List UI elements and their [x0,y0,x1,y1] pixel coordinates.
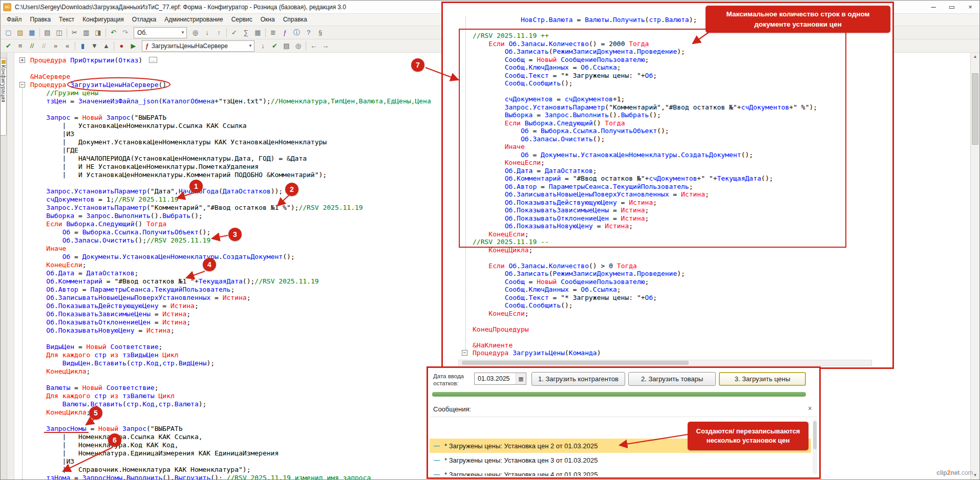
menu-item-2[interactable]: Правка [26,14,55,26]
message-text: * Загружены цены: Установка цен 3 от 01.… [444,456,598,464]
indent-left-button[interactable]: « [61,40,73,52]
find-next-icon: ↓ [205,29,209,36]
minimize-button[interactable]: ─ [924,1,943,13]
procedure-check-icon: ✔ [272,42,278,49]
maximize-button[interactable]: ▭ [943,1,961,13]
date-input[interactable]: 01.03.2025 ▦ [474,373,526,385]
toolbar-separator [67,28,67,37]
procedure-combo[interactable]: ƒ ЗагрузитьЦеныНаСервере ▼ [142,40,254,52]
code-line: Если Об.Запасы.Количество() = 2000 Тогда [473,40,817,48]
info-button[interactable]: ⓘ [291,27,303,38]
add-comment-button[interactable]: // [26,40,38,52]
code-line: Сообщ.Текст = "* Загружены цены: "+Об; [473,294,817,302]
menu-item-6[interactable]: Администрирование [160,14,227,26]
find-next-button[interactable]: ↓ [201,27,213,38]
check-syntax-button[interactable]: ✓ [228,27,240,38]
code-line: &НаКлиенте [473,341,817,350]
horizontal-scrollbar[interactable] [458,360,872,366]
open-file-button[interactable]: ▨ [14,27,26,38]
annotation-badge-3: 3 [228,228,242,241]
cut-icon: ✂ [72,29,77,36]
go-to-definition-button[interactable]: ↓ [257,40,269,52]
undo-icon: ↶ [111,29,116,36]
procedure-icon: ƒ [145,42,149,50]
scroll-up-button[interactable]: ▲ [971,53,979,61]
menu-item-1[interactable]: Файл [3,14,26,26]
calendar-button[interactable]: ▦ [252,27,264,38]
open-file-icon: ▨ [17,29,23,36]
sidebar-tab-label: Конфигурация [1,65,6,102]
load-button-3[interactable]: 3. Загрузить цены [719,372,806,386]
undo-button[interactable]: ↶ [108,27,119,38]
menu-item-8[interactable]: Окна [257,14,279,26]
search-combo[interactable]: Об. ▼ [134,27,187,38]
code-line: Об.ПоказыватьДействующуюЦену = Истина; [473,199,817,207]
find-in-module-button[interactable]: ◎ [292,40,304,52]
close-button[interactable]: × [961,1,979,13]
collapse-fold-icon[interactable]: − [462,350,467,356]
scrollbar-thumb[interactable] [972,73,978,145]
navigate-back-button[interactable]: ← [308,40,319,52]
code-structure-icon: ≣ [270,29,276,36]
templates-button[interactable]: ▤ [281,40,292,52]
procedure-check-button[interactable]: ✔ [269,40,281,52]
menu-item-3[interactable]: Текст [55,14,78,26]
print-button[interactable]: ▤ [41,27,53,38]
code-line: Если Об.Запасы.Количество() > 0 Тогда [473,262,817,270]
menu-item-7[interactable]: Сервис [227,14,257,26]
module-check-button[interactable]: ✔ [3,40,14,52]
code-line: Об = Документы.УстановкаЦенНоменклатуры.… [473,151,817,159]
next-bookmark-button[interactable]: ▼ [89,40,100,52]
save-file-button[interactable]: ▦ [26,27,38,38]
message-row-2[interactable]: —* Загружены цены: Установка цен 3 от 01… [430,453,811,467]
print-preview-button[interactable]: ◫ [53,27,65,38]
new-file-button[interactable]: ▢ [3,27,14,38]
cut-button[interactable]: ✂ [69,27,80,38]
menu-item-4[interactable]: Конфигурация [78,14,128,26]
calculator-button[interactable]: ∑ [240,27,252,38]
redo-button[interactable]: ↷ [119,27,131,38]
paste-button[interactable]: ◨ [92,27,104,38]
help-button[interactable]: ? [303,27,314,38]
collapsed-code-marker[interactable]: ... [149,57,157,63]
code-structure-button[interactable]: ≣ [267,27,279,38]
dropdown-arrow-icon[interactable]: ▼ [179,30,185,35]
sidebar-tab-configuration[interactable]: Конфигурация [1,58,7,136]
menu-item-5[interactable]: Отладка [128,14,160,26]
print-preview-icon: ◫ [56,29,62,36]
info-icon: ⓘ [293,29,300,36]
format-block-button[interactable]: ≡ [14,40,26,52]
function-list-button[interactable]: ƒ [279,27,291,38]
code-line: Об.ПоказыватьОтклонениеЦен = Истина; [473,214,817,223]
toolbar-separator [226,28,227,37]
code-line: Об.Записать(РежимЗаписиДокумента.Проведе… [473,48,817,56]
indent-right-button[interactable]: » [50,40,61,52]
code-line: Об.ПоказыватьЗависимыеЦены = Истина; [473,206,817,214]
find-previous-button[interactable]: ↑ [213,27,225,38]
load-button-1[interactable]: 1. Загрузить контрагентов [531,372,625,386]
expand-fold-icon[interactable]: + [19,57,25,63]
calendar-icon[interactable]: ▦ [516,373,526,384]
close-messages-icon[interactable]: × [808,404,812,412]
syntax-help-button[interactable]: § [314,27,326,38]
load-button-2[interactable]: 2. Загрузить товары [628,372,716,386]
previous-bookmark-button[interactable]: ▲ [100,40,112,52]
remove-comment-button[interactable]: // [38,40,50,52]
copy-button[interactable]: ▥ [80,27,92,38]
scrollbar-thumb[interactable] [462,361,689,365]
collapse-fold-icon[interactable]: − [19,82,25,88]
copy-icon: ▥ [83,29,89,36]
messages-scrollbar[interactable] [813,419,817,474]
code-line [473,333,817,341]
editor-vertical-scrollbar[interactable]: ▲ ▼ [970,53,979,479]
breakpoint-button[interactable]: ● [116,40,127,52]
navigate-forward-button[interactable]: → [319,40,331,52]
message-row-3[interactable]: —* Загружены цены: Установка цен 4 от 01… [430,467,811,476]
dropdown-arrow-icon[interactable]: ▼ [246,43,252,48]
scrollbar-thumb[interactable] [813,421,817,449]
bookmark-button[interactable]: ▮ [77,40,89,52]
menu-item-9[interactable]: Справка [279,14,311,26]
message-dash-icon: — [434,471,440,476]
start-debug-button[interactable]: ▶ [127,40,139,52]
find-button[interactable]: ◎ [189,27,201,38]
